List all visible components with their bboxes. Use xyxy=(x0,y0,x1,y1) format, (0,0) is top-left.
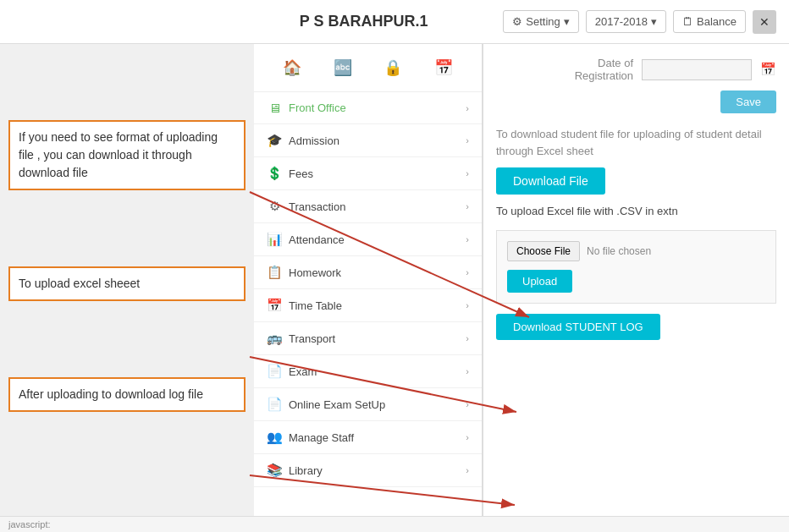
save-button[interactable]: Save xyxy=(720,90,776,113)
home-icon[interactable]: 🏠 xyxy=(277,52,307,83)
chevron-right-icon: › xyxy=(466,333,469,343)
chevron-right-icon: › xyxy=(466,234,469,244)
sidebar-item-front-office[interactable]: 🖥 Front Office › xyxy=(254,92,482,124)
date-registration-row: Date of Registration 📅 xyxy=(496,57,776,82)
upload-info-text: To upload Excel file with .CSV in extn xyxy=(496,203,776,220)
annotation-box-1: If you need to see format of uploading f… xyxy=(8,120,246,190)
attendance-icon: 📊 xyxy=(267,232,282,247)
chevron-down-icon: ▾ xyxy=(651,15,657,28)
chevron-right-icon: › xyxy=(466,267,469,277)
chevron-right-icon: › xyxy=(466,300,469,310)
annotation-box-3: After uploading to download log file xyxy=(8,377,246,412)
sidebar-item-fees[interactable]: 💲 Fees › xyxy=(254,157,482,190)
translate-icon[interactable]: 🔤 xyxy=(328,52,358,83)
year-button[interactable]: 2017-2018 ▾ xyxy=(586,10,666,33)
download-info-text: To download student file for uploading o… xyxy=(496,126,776,159)
chevron-right-icon: › xyxy=(466,135,469,145)
date-registration-input[interactable] xyxy=(642,59,752,80)
homework-icon: 📋 xyxy=(267,265,282,280)
chevron-down-icon: ▾ xyxy=(564,15,570,28)
upload-button[interactable]: Upload xyxy=(507,270,572,293)
download-file-button[interactable]: Download File xyxy=(496,167,605,195)
transport-icon: 🚌 xyxy=(267,331,282,346)
calendar-icon[interactable]: 📅 xyxy=(428,52,459,83)
chevron-right-icon: › xyxy=(466,432,469,442)
annotation-box-2: To upload excel sheeet xyxy=(8,266,246,301)
close-icon: ✕ xyxy=(759,15,770,29)
balance-button[interactable]: 🗒 Balance xyxy=(673,10,746,33)
sidebar-item-admission[interactable]: 🎓 Admission › xyxy=(254,124,482,157)
sidebar-item-exam[interactable]: 📄 Exam › xyxy=(254,355,482,388)
choose-file-button[interactable]: Choose File xyxy=(507,241,580,261)
admission-icon: 🎓 xyxy=(267,133,282,148)
bottom-bar: javascript: xyxy=(0,516,789,532)
front-office-icon: 🖥 xyxy=(267,101,282,115)
chevron-right-icon: › xyxy=(466,366,469,376)
header-controls: ⚙ Setting ▾ 2017-2018 ▾ 🗒 Balance ✕ xyxy=(503,10,776,34)
balance-icon: 🗒 xyxy=(682,15,693,28)
no-file-text: No file chosen xyxy=(587,245,651,257)
header: P S BARAHPUR.1 ⚙ Setting ▾ 2017-2018 ▾ 🗒… xyxy=(0,0,789,44)
timetable-icon: 📅 xyxy=(267,298,282,313)
sidebar-item-homework[interactable]: 📋 Homework › xyxy=(254,256,482,289)
close-button[interactable]: ✕ xyxy=(753,10,776,34)
online-exam-icon: 📄 xyxy=(267,397,282,412)
library-icon: 📚 xyxy=(267,463,282,478)
sidebar-icon-row: 🏠 🔤 🔒 📅 xyxy=(254,44,482,92)
setting-button[interactable]: ⚙ Setting ▾ xyxy=(503,10,578,33)
transaction-icon: ⚙ xyxy=(267,199,282,214)
file-upload-area: Choose File No file chosen Upload xyxy=(496,230,776,304)
main-layout: If you need to see format of uploading f… xyxy=(0,44,789,532)
setting-icon: ⚙ xyxy=(512,15,522,28)
sidebar: 🏠 🔤 🔒 📅 🖥 Front Office › 🎓 Admission › xyxy=(254,44,483,532)
calendar-picker-icon[interactable]: 📅 xyxy=(760,62,776,77)
fees-icon: 💲 xyxy=(267,166,282,181)
chevron-right-icon: › xyxy=(466,201,469,211)
app-title: P S BARAHPUR.1 xyxy=(224,13,503,30)
sidebar-item-timetable[interactable]: 📅 Time Table › xyxy=(254,289,482,322)
chevron-right-icon: › xyxy=(466,465,469,475)
download-student-log-button[interactable]: Download STUDENT LOG xyxy=(496,314,660,340)
content-panel: Date of Registration 📅 Save To download … xyxy=(483,44,789,532)
sidebar-item-attendance[interactable]: 📊 Attendance › xyxy=(254,223,482,256)
annotation-panel: If you need to see format of uploading f… xyxy=(0,44,254,532)
exam-icon: 📄 xyxy=(267,364,282,379)
manage-staff-icon: 👥 xyxy=(267,430,282,445)
sidebar-item-transport[interactable]: 🚌 Transport › xyxy=(254,322,482,355)
chevron-right-icon: › xyxy=(466,168,469,178)
lock-icon[interactable]: 🔒 xyxy=(378,52,408,83)
choose-file-row: Choose File No file chosen xyxy=(507,241,765,261)
date-label: Date of Registration xyxy=(575,57,633,82)
sidebar-menu: 🖥 Front Office › 🎓 Admission › 💲 Fees › xyxy=(254,92,482,487)
sidebar-item-transaction[interactable]: ⚙ Transaction › xyxy=(254,190,482,223)
chevron-right-icon: › xyxy=(466,103,469,113)
sidebar-item-online-exam-setup[interactable]: 📄 Online Exam SetUp › xyxy=(254,388,482,421)
sidebar-item-library[interactable]: 📚 Library › xyxy=(254,454,482,487)
chevron-right-icon: › xyxy=(466,399,469,409)
sidebar-item-manage-staff[interactable]: 👥 Manage Staff › xyxy=(254,421,482,454)
